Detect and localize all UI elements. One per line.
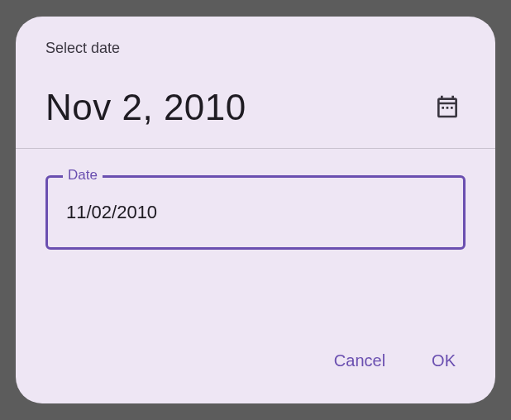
date-picker-dialog: Select date Nov 2, 2010 Date Cancel OK xyxy=(16,17,495,403)
display-date-text: Nov 2, 2010 xyxy=(45,87,246,128)
dialog-actions: Cancel OK xyxy=(16,341,495,403)
calendar-toggle-button[interactable] xyxy=(429,88,466,127)
date-input-field[interactable]: Date xyxy=(45,175,466,250)
ok-button[interactable]: OK xyxy=(425,341,462,380)
dialog-title: Select date xyxy=(45,40,466,57)
calendar-icon xyxy=(434,93,461,122)
dialog-body: Date xyxy=(16,149,495,341)
display-date-row: Nov 2, 2010 xyxy=(45,87,466,128)
dialog-header: Select date Nov 2, 2010 xyxy=(16,17,495,148)
cancel-button[interactable]: Cancel xyxy=(327,341,392,380)
date-input-label: Date xyxy=(63,167,103,184)
date-input[interactable] xyxy=(66,202,445,223)
